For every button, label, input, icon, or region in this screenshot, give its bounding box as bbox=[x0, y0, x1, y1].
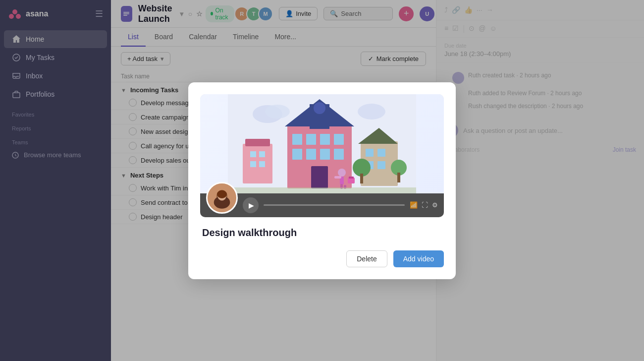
svg-point-22 bbox=[314, 102, 325, 114]
svg-rect-37 bbox=[377, 161, 385, 169]
play-icon: ▶ bbox=[249, 201, 254, 209]
modal: ▶ 📶 ⛶ ⚙ Design walkthrough Delete Add vi… bbox=[188, 82, 456, 279]
svg-rect-15 bbox=[250, 151, 256, 157]
modal-title: Design walkthrough bbox=[200, 227, 444, 239]
settings-icon[interactable]: ⚙ bbox=[432, 201, 438, 209]
video-thumbnail-avatar bbox=[206, 182, 238, 214]
svg-rect-28 bbox=[306, 149, 316, 160]
svg-rect-13 bbox=[243, 144, 272, 183]
modal-video-area: ▶ 📶 ⛶ ⚙ bbox=[200, 94, 444, 217]
add-video-button[interactable]: Add video bbox=[393, 250, 444, 267]
svg-rect-27 bbox=[292, 149, 302, 160]
svg-rect-34 bbox=[366, 149, 374, 157]
svg-point-54 bbox=[217, 190, 227, 198]
svg-rect-44 bbox=[334, 176, 341, 179]
play-button[interactable]: ▶ bbox=[243, 197, 259, 213]
svg-point-42 bbox=[338, 169, 346, 177]
fullscreen-icon[interactable]: ⛶ bbox=[422, 201, 428, 209]
svg-rect-23 bbox=[292, 134, 302, 145]
svg-rect-39 bbox=[360, 174, 363, 183]
svg-rect-35 bbox=[377, 149, 385, 157]
svg-rect-49 bbox=[228, 187, 416, 193]
svg-rect-31 bbox=[311, 166, 328, 188]
svg-rect-46 bbox=[349, 177, 354, 179]
svg-rect-14 bbox=[245, 139, 270, 146]
delete-button[interactable]: Delete bbox=[346, 250, 387, 267]
thumbnail-container bbox=[206, 182, 238, 214]
video-controls: ▶ 📶 ⛶ ⚙ bbox=[200, 193, 444, 217]
svg-rect-18 bbox=[259, 161, 265, 167]
svg-rect-24 bbox=[306, 134, 316, 145]
signal-icon[interactable]: 📶 bbox=[410, 201, 418, 209]
modal-overlay: ▶ 📶 ⛶ ⚙ Design walkthrough Delete Add vi… bbox=[0, 0, 644, 361]
svg-rect-17 bbox=[250, 161, 256, 167]
svg-rect-25 bbox=[320, 134, 330, 145]
svg-point-12 bbox=[358, 104, 385, 120]
svg-rect-29 bbox=[320, 149, 330, 160]
video-ctrl-icons: 📶 ⛶ ⚙ bbox=[410, 201, 438, 209]
modal-illustration bbox=[200, 94, 444, 193]
modal-actions: Delete Add video bbox=[200, 250, 444, 267]
svg-rect-16 bbox=[259, 151, 265, 157]
avatar-illustration bbox=[208, 182, 236, 214]
svg-rect-41 bbox=[397, 173, 400, 182]
svg-point-11 bbox=[265, 105, 290, 119]
svg-rect-26 bbox=[334, 134, 344, 145]
svg-rect-30 bbox=[334, 149, 344, 160]
illustration-svg bbox=[228, 94, 416, 193]
video-progress-bar[interactable] bbox=[264, 204, 405, 206]
